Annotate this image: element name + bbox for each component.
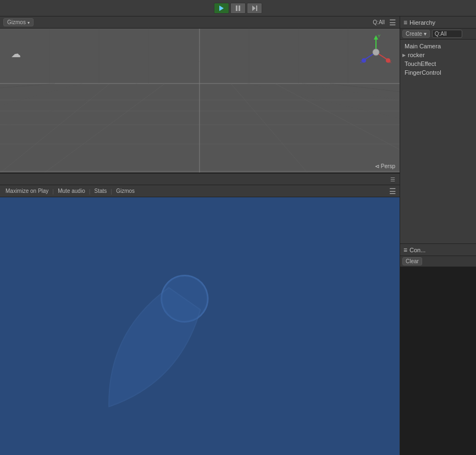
svg-rect-1 <box>236 5 237 11</box>
hierarchy-header: ≡ Hierarchy <box>400 16 476 29</box>
left-panel: Gizmos ▾ Q:All ☰ <box>0 16 400 455</box>
hierarchy-controls: Create ▾ <box>400 29 476 40</box>
top-toolbar <box>0 0 476 16</box>
hier-item-rocker[interactable]: ▶ rocker <box>400 51 476 59</box>
game-view: Maximize on Play | Mute audio | Stats | … <box>0 185 400 455</box>
hier-item-finger-control[interactable]: FingerControl <box>400 68 476 77</box>
pause-button[interactable] <box>230 3 246 14</box>
svg-line-21 <box>330 84 400 92</box>
game-svg <box>0 197 400 455</box>
scene-view: Gizmos ▾ Q:All ☰ <box>0 16 400 173</box>
gizmos-game-button[interactable]: Gizmos <box>114 187 137 195</box>
game-menu-icon[interactable]: ☰ <box>389 187 396 196</box>
play-button[interactable] <box>214 3 229 14</box>
right-panel: ≡ Hierarchy Create ▾ Main Camera ▶ rocke… <box>400 16 476 455</box>
svg-line-14 <box>44 84 165 173</box>
scene-menu-icon[interactable]: ☰ <box>389 18 396 27</box>
gizmos-button[interactable]: Gizmos ▾ <box>3 18 34 26</box>
svg-text:Y: Y <box>378 34 381 38</box>
svg-line-13 <box>0 84 110 173</box>
create-button[interactable]: Create ▾ <box>402 30 430 38</box>
main-area: Gizmos ▾ Q:All ☰ <box>0 16 476 455</box>
game-canvas <box>0 197 400 455</box>
console-title: Con... <box>409 247 425 253</box>
svg-text:Z: Z <box>360 59 363 64</box>
game-toolbar: ☰ <box>0 173 400 185</box>
scene-toolbar: Gizmos ▾ Q:All ☰ <box>0 16 400 29</box>
svg-line-22 <box>0 84 55 88</box>
svg-point-43 <box>373 49 379 56</box>
console-clear-button[interactable]: Clear <box>402 257 422 265</box>
hierarchy-panel: ≡ Hierarchy Create ▾ Main Camera ▶ rocke… <box>400 16 476 243</box>
separator-icon: ☰ <box>390 176 395 182</box>
svg-marker-3 <box>252 5 256 11</box>
console-header: ≡ Con... <box>400 244 476 256</box>
svg-line-15 <box>231 84 308 173</box>
console-panel: ≡ Con... Clear <box>400 243 476 455</box>
svg-rect-4 <box>256 5 257 11</box>
rocker-expand-icon: ▶ <box>402 53 406 58</box>
console-panel-icon: ≡ <box>403 246 407 254</box>
main-camera-label: Main Camera <box>405 43 441 49</box>
mute-audio-button[interactable]: Mute audio <box>56 187 87 195</box>
hierarchy-items: Main Camera ▶ rocker TouchEffect FingerC… <box>400 40 476 243</box>
svg-marker-0 <box>219 5 224 11</box>
console-body <box>400 267 476 455</box>
cloud-icon: ☁ <box>11 48 21 60</box>
stats-button[interactable]: Stats <box>92 187 109 195</box>
finger-control-label: FingerControl <box>405 69 441 76</box>
scene-grid <box>0 29 400 173</box>
gizmo-widget[interactable]: Y X Z <box>357 33 395 71</box>
svg-text:X: X <box>389 59 392 64</box>
hierarchy-search-input[interactable] <box>432 30 462 38</box>
scene-all-label: Q:All <box>373 19 385 25</box>
hier-item-main-camera[interactable]: Main Camera <box>400 42 476 51</box>
svg-line-17 <box>0 84 137 127</box>
maximize-on-play-button[interactable]: Maximize on Play <box>3 187 51 195</box>
svg-line-19 <box>0 84 82 106</box>
svg-rect-2 <box>239 5 240 11</box>
touch-effect-label: TouchEffect <box>405 60 436 67</box>
hierarchy-title: Hierarchy <box>409 19 435 26</box>
svg-line-16 <box>275 84 400 149</box>
hier-item-touch-effect[interactable]: TouchEffect <box>400 59 476 68</box>
hierarchy-panel-icon: ≡ <box>403 19 407 26</box>
persp-label[interactable]: ⊲ Persp <box>375 163 395 169</box>
svg-line-18 <box>247 84 400 118</box>
game-controls: Maximize on Play | Mute audio | Stats | … <box>0 185 400 197</box>
scene-canvas: ☁ Y X Z <box>0 29 400 173</box>
console-controls: Clear <box>400 256 476 267</box>
rocker-label: rocker <box>408 52 425 58</box>
step-button[interactable] <box>247 3 262 14</box>
